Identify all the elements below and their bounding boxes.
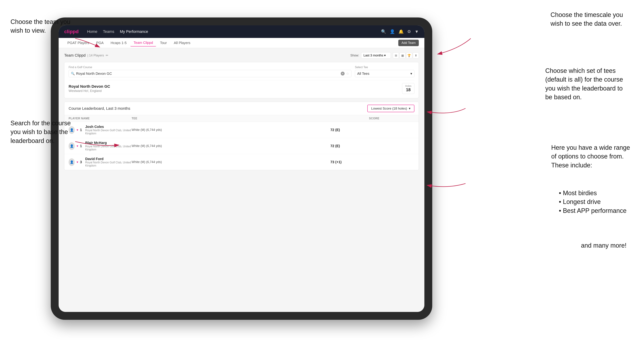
tab-pgat-players[interactable]: PGAT Players (64, 39, 92, 46)
col-player-name: PLAYER NAME (68, 117, 132, 120)
course-result: Royal North Devon GC Westward Ho!, Engla… (68, 80, 414, 95)
table-header: PLAYER NAME TEE SCORE (64, 115, 418, 122)
player-name-3: David Ford (85, 157, 132, 161)
tablet-frame: clippd Home Teams My Performance 🔍 👤 🔔 ⚙… (51, 17, 432, 320)
annotation-and-more: and many more! (581, 241, 626, 250)
course-name: Royal North Devon GC (68, 84, 110, 89)
score-type-label: Lowest Score (18 holes) (371, 107, 407, 110)
annotation-tees: Choose which set of tees(default is all)… (545, 66, 623, 102)
tab-tour[interactable]: Tour (157, 39, 170, 46)
holes-box: Holes 18 (402, 83, 414, 94)
edit-icon[interactable]: ✏ (106, 53, 108, 57)
score-cell-3: 73 (+1) (330, 160, 380, 164)
search-section: Find a Golf Course 🔍 ✕ ☆ Select Tee All … (64, 62, 419, 98)
score-cell-1: 72 (E) (330, 128, 380, 132)
tee-value: All Tees (357, 72, 370, 76)
favorite-icon[interactable]: ☆ (346, 71, 349, 76)
find-course-label: Find a Golf Course (68, 66, 352, 69)
nav-icons: 🔍 👤 🔔 ⚙ ▼ (381, 29, 419, 34)
holes-label: Holes (405, 85, 412, 87)
tab-all-players[interactable]: All Players (170, 39, 194, 46)
annotation-course-search: Search for the courseyou wish to base th… (10, 119, 71, 145)
leaderboard-section: Course Leaderboard, Last 3 months Lowest… (64, 102, 419, 170)
course-location: Westward Ho!, England (68, 89, 110, 93)
time-period-dropdown[interactable]: Last 3 months ▾ (361, 52, 391, 58)
team-name: Team Clippd (64, 53, 86, 58)
avatar-3: 👤 (68, 158, 75, 166)
nav-bar: clippd Home Teams My Performance 🔍 👤 🔔 ⚙… (58, 25, 424, 38)
player-club-2: Royal North Devon Golf Club, United King… (85, 145, 132, 151)
nav-teams[interactable]: Teams (103, 29, 114, 34)
person-icon[interactable]: 👤 (390, 29, 395, 34)
tee-select-field: Select Tee All Tees ▾ (355, 66, 414, 77)
team-controls: Show: Last 3 months ▾ ⊞ ▦ 🏆 ⬇ (350, 52, 419, 58)
player-cell-2: 👤 ♥ 1 Blair McHarg Royal North Devon Gol… (68, 141, 132, 151)
rank-2: 1 (80, 144, 84, 148)
sub-nav-tabs: PGAT Players PGA Hcaps 1-5 Team Clippd T… (64, 39, 194, 46)
team-header: Team Clippd | 14 Players ✏ Show: Last 3 … (64, 52, 419, 58)
heart-icon-2[interactable]: ♥ (76, 145, 78, 148)
grid-view-icon[interactable]: ⊞ (393, 52, 399, 58)
heart-icon-3[interactable]: ♥ (76, 161, 78, 164)
player-name-2: Blair McHarg (85, 141, 132, 145)
col-score: SCORE (330, 117, 380, 120)
tablet-screen: clippd Home Teams My Performance 🔍 👤 🔔 ⚙… (58, 25, 424, 312)
rank-3: 3 (80, 160, 84, 164)
score-cell-2: 72 (E) (330, 144, 380, 148)
account-icon[interactable]: ▼ (414, 29, 419, 34)
nav-my-performance[interactable]: My Performance (120, 29, 148, 34)
show-label: Show: (350, 54, 359, 57)
annotation-options: Here you have a wide rangeof options to … (551, 143, 630, 170)
download-icon[interactable]: ⬇ (413, 52, 419, 58)
score-dropdown-chevron: ▾ (409, 106, 410, 110)
player-cell-3: 👤 ♥ 3 David Ford Royal North Devon Golf … (68, 157, 132, 167)
annotation-timescale: Choose the timescale youwish to see the … (550, 10, 623, 28)
heart-icon-1[interactable]: ♥ (76, 128, 78, 132)
tee-cell-3: White (M) (6,744 yds) (132, 160, 330, 164)
annotation-team-choice: Choose the team youwish to view. (10, 17, 70, 35)
view-icons: ⊞ ▦ 🏆 ⬇ (393, 52, 419, 58)
tab-pga[interactable]: PGA (93, 39, 107, 46)
holes-value: 18 (405, 87, 412, 92)
tee-cell-2: White (M) (6,744 yds) (132, 144, 330, 148)
table-row: 👤 ♥ 3 David Ford Royal North Devon Golf … (64, 154, 418, 170)
team-title: Team Clippd | 14 Players ✏ (64, 53, 108, 58)
nav-links: Home Teams My Performance (87, 29, 381, 34)
search-clear-button[interactable]: ✕ (341, 72, 344, 75)
tab-hcaps[interactable]: Hcaps 1-5 (108, 39, 130, 46)
leaderboard-header: Course Leaderboard, Last 3 months Lowest… (64, 102, 418, 115)
search-icon[interactable]: 🔍 (381, 29, 386, 34)
course-search-field: Find a Golf Course 🔍 ✕ ☆ (68, 66, 352, 77)
card-view-icon[interactable]: ▦ (400, 52, 406, 58)
trophy-icon[interactable]: 🏆 (406, 52, 412, 58)
annotation-options-list: • Most birdies • Longest drive • Best AP… (559, 189, 626, 215)
bell-icon[interactable]: 🔔 (398, 29, 404, 34)
search-input-wrap: 🔍 ✕ ☆ (68, 70, 352, 77)
select-tee-label: Select Tee (355, 66, 414, 69)
main-content: Team Clippd | 14 Players ✏ Show: Last 3 … (58, 48, 424, 312)
table-row: 👤 ♥ 1 Josh Coles Royal North Devon Golf … (64, 122, 418, 138)
tab-team-clippd[interactable]: Team Clippd (130, 39, 156, 46)
settings-icon[interactable]: ⚙ (407, 29, 411, 34)
rank-1: 1 (80, 128, 84, 132)
chevron-down-icon: ▾ (410, 71, 412, 76)
search-row: Find a Golf Course 🔍 ✕ ☆ Select Tee All … (68, 66, 414, 77)
player-name-1: Josh Coles (85, 125, 132, 129)
nav-home[interactable]: Home (87, 29, 97, 34)
course-info: Royal North Devon GC Westward Ho!, Engla… (68, 84, 110, 93)
col-tee: TEE (132, 117, 330, 120)
table-row: 👤 ♥ 1 Blair McHarg Royal North Devon Gol… (64, 138, 418, 154)
player-cell-1: 👤 ♥ 1 Josh Coles Royal North Devon Golf … (68, 125, 132, 135)
course-search-input[interactable] (76, 72, 339, 76)
player-count: | 14 Players (87, 54, 104, 57)
search-icon-small: 🔍 (71, 72, 75, 75)
sub-nav: PGAT Players PGA Hcaps 1-5 Team Clippd T… (58, 38, 424, 48)
player-club-1: Royal North Devon Golf Club, United King… (85, 129, 132, 135)
add-team-button[interactable]: Add Team (398, 40, 419, 46)
leaderboard-title: Course Leaderboard, Last 3 months (68, 106, 130, 111)
score-type-dropdown[interactable]: Lowest Score (18 holes) ▾ (367, 105, 414, 112)
tee-select-wrap[interactable]: All Tees ▾ (355, 70, 414, 77)
player-club-3: Royal North Devon Golf Club, United King… (85, 161, 132, 167)
tee-cell-1: White (M) (6,744 yds) (132, 128, 330, 132)
